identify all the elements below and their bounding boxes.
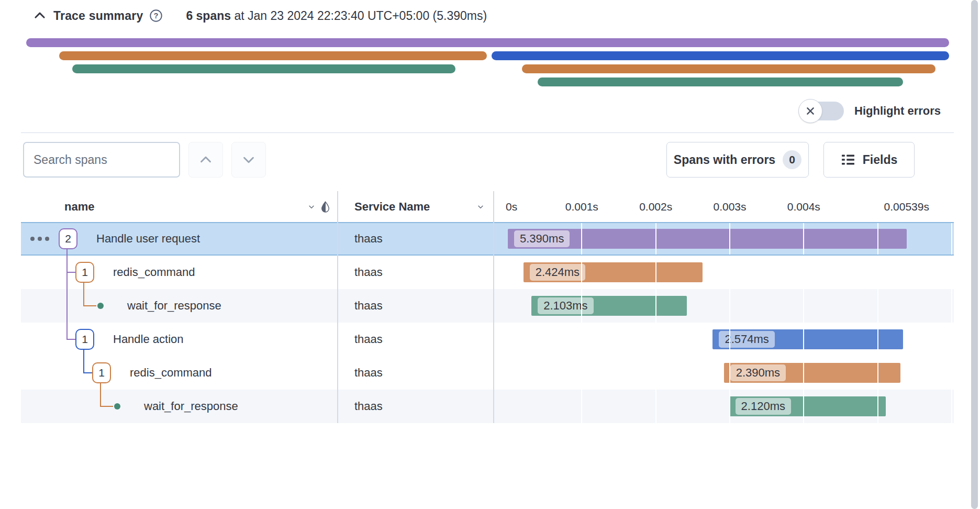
timeline-gridline [803, 223, 804, 255]
timeline-track: 2.424ms [508, 256, 952, 289]
error-count-badge: 0 [783, 150, 801, 169]
timeline-gridline [803, 256, 804, 289]
trace-summary-text: 6 spans at Jan 23 2024 22:23:40 UTC+05:0… [186, 9, 487, 23]
minimap-row [26, 51, 949, 60]
leaf-dot-icon [97, 303, 104, 309]
timeline-gridline [803, 356, 804, 390]
leaf-dot-icon [114, 403, 120, 410]
timeline-gridline [877, 256, 878, 289]
spans-with-errors-button[interactable]: Spans with errors 0 [666, 142, 809, 178]
trace-summary-header: Trace summary ? 6 spans at Jan 23 2024 2… [32, 8, 487, 23]
timeline-gridline [655, 256, 656, 289]
timeline-cell: 2.390ms [494, 356, 952, 390]
timeline-gridline [877, 356, 878, 390]
timeline-axis-header: 0s0.001s0.002s0.003s0.004s0.00539s [494, 191, 952, 222]
span-count: 6 spans [186, 9, 231, 23]
span-duration-bar[interactable]: 2.424ms [524, 262, 703, 282]
tree-connector-stub [66, 339, 75, 340]
table-row[interactable]: 1 redis_command thaas 2.424ms [21, 256, 954, 289]
timeline-gridline [803, 323, 804, 356]
highlight-errors-toggle[interactable] [800, 102, 844, 120]
timeline-gridline [951, 223, 952, 255]
fields-list-icon [841, 153, 855, 166]
tree-connector-line [66, 249, 68, 339]
timeline-cell: 5.390ms [494, 223, 952, 255]
timeline-gridline [729, 356, 730, 390]
name-column-header[interactable]: name [21, 191, 338, 222]
span-name-label: Handle user request [96, 232, 200, 246]
axis-tick-label: 0.00539s [884, 201, 929, 213]
fields-label: Fields [863, 153, 897, 167]
help-icon[interactable]: ? [149, 9, 163, 23]
timeline-gridline [729, 289, 730, 323]
table-row[interactable]: 1 redis_command thaas 2.390ms [21, 356, 954, 390]
vertical-scrollbar[interactable] [971, 0, 978, 509]
span-name-label: wait_for_response [144, 400, 238, 413]
highlight-errors-label: Highlight errors [854, 104, 941, 118]
search-input[interactable] [23, 142, 180, 178]
axis-tick-label: 0.001s [565, 201, 598, 213]
timeline-cell: 2.424ms [494, 256, 952, 289]
span-name-label: wait_for_response [127, 299, 221, 313]
span-name-label: redis_command [113, 265, 195, 279]
duration-label: 2.390ms [730, 364, 786, 381]
span-duration-bar[interactable]: 2.103ms [531, 296, 687, 316]
table-row[interactable]: wait_for_response thaas 2.103ms [21, 289, 954, 323]
duration-label: 2.574ms [719, 331, 774, 348]
child-count-badge[interactable]: 1 [75, 329, 94, 350]
timeline-gridline [729, 390, 730, 423]
next-match-button[interactable] [231, 142, 266, 178]
sort-droplet-icon[interactable] [320, 201, 330, 213]
table-row[interactable]: 2 Handle user request thaas 5.390ms [21, 222, 954, 256]
timeline-gridline [581, 323, 582, 356]
duration-label: 2.424ms [530, 264, 585, 281]
minimap-row [26, 78, 949, 86]
fields-button[interactable]: Fields [823, 142, 915, 178]
name-column-title: name [64, 200, 94, 214]
table-row[interactable]: 1 Handle action thaas 2.574ms [21, 323, 954, 356]
row-actions-icon[interactable] [30, 237, 49, 241]
tree-connector-stub [66, 272, 75, 273]
timeline-gridline [803, 289, 804, 323]
child-count-badge[interactable]: 2 [59, 228, 77, 249]
column-divider [337, 191, 338, 423]
minimap-row [26, 38, 949, 47]
collapse-chevron-up-icon[interactable] [32, 8, 47, 23]
timeline-cell: 2.574ms [494, 323, 952, 356]
timeline-gridline [655, 390, 656, 423]
timeline-gridline [877, 390, 878, 423]
duration-label: 5.390ms [514, 230, 570, 247]
span-duration-bar[interactable]: 5.390ms [508, 229, 907, 249]
timeline-gridline [655, 323, 656, 356]
spans-table: name Service Name 0s0.001s0.002s [21, 191, 954, 423]
name-column-chevron-down-icon[interactable] [307, 202, 316, 212]
timeline-gridline [951, 289, 952, 323]
span-duration-bar[interactable]: 2.120ms [729, 396, 886, 416]
trace-viewer-app: Trace summary ? 6 spans at Jan 23 2024 2… [0, 0, 980, 509]
table-row[interactable]: wait_for_response thaas 2.120ms [21, 390, 954, 423]
span-duration-bar[interactable]: 2.574ms [712, 329, 903, 349]
timeline-gridline [803, 390, 804, 423]
timeline-track: 2.120ms [508, 390, 952, 423]
timeline-gridline [729, 256, 730, 289]
tree-connector-line [83, 283, 84, 306]
tree-connector-line [83, 350, 84, 373]
minimap-span-bar [59, 51, 486, 60]
minimap-span-bar [522, 64, 936, 73]
service-name-column-header[interactable]: Service Name [338, 191, 494, 222]
trace-minimap[interactable] [26, 38, 949, 91]
child-count-badge[interactable]: 1 [75, 262, 94, 283]
span-name-label: redis_command [130, 366, 212, 380]
service-name-cell: thaas [338, 323, 494, 356]
minimap-span-bar [72, 64, 455, 73]
child-count-badge[interactable]: 1 [92, 362, 111, 383]
axis-tick-label: 0.002s [639, 201, 672, 213]
timeline-gridline [951, 256, 952, 289]
minimap-span-bar [538, 78, 903, 86]
table-header-row: name Service Name 0s0.001s0.002s [21, 191, 954, 222]
timeline-track: 2.103ms [508, 289, 952, 323]
service-name-cell: thaas [338, 356, 494, 390]
service-column-chevron-down-icon[interactable] [476, 202, 485, 212]
previous-match-button[interactable] [188, 142, 223, 178]
span-duration-bar[interactable]: 2.390ms [724, 363, 901, 383]
